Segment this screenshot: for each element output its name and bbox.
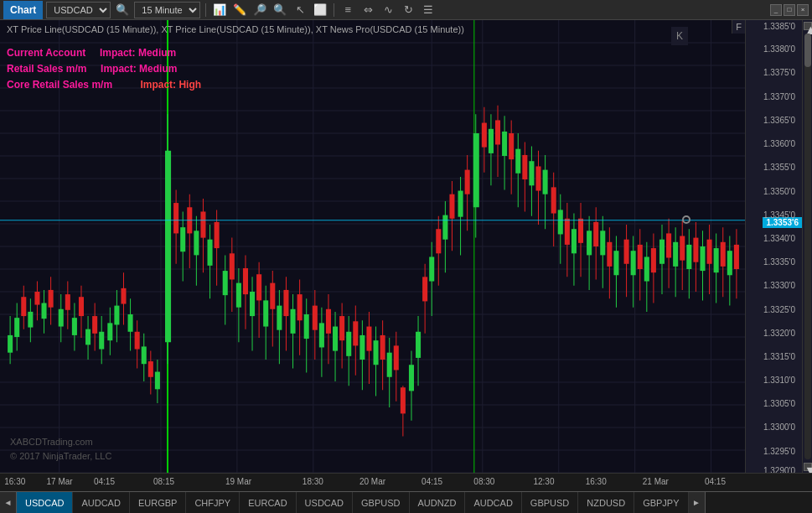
time-label-6: 20 Mar bbox=[359, 477, 385, 486]
price-level-1: 1.3380'0 bbox=[763, 44, 799, 54]
price-level-17: 1.3300'0 bbox=[763, 422, 799, 432]
chart-area[interactable]: XT Price Line(USDCAD (15 Minute)), XT Pr… bbox=[0, 20, 745, 473]
wave-icon[interactable]: ∿ bbox=[380, 2, 396, 18]
symbol-select[interactable]: USDCAD bbox=[46, 2, 111, 18]
price-level-4: 1.3365'0 bbox=[763, 115, 799, 124]
k-marker: K bbox=[671, 27, 688, 45]
svg-rect-197 bbox=[587, 231, 592, 255]
svg-rect-59 bbox=[99, 332, 104, 350]
svg-rect-179 bbox=[522, 155, 527, 179]
svg-rect-53 bbox=[79, 297, 84, 316]
tab-eurgbp[interactable]: EURGBP bbox=[130, 492, 186, 514]
svg-rect-133 bbox=[359, 335, 365, 360]
time-axis: 16:30 17 Mar 04:15 08:15 19 Mar 18:30 20… bbox=[0, 473, 812, 491]
price-level-13: 1.3320'0 bbox=[763, 328, 799, 337]
svg-rect-69 bbox=[135, 332, 140, 350]
news-label-3: Core Retail Sales m/m bbox=[7, 79, 112, 91]
minimize-button[interactable]: _ bbox=[770, 4, 782, 16]
svg-rect-219 bbox=[666, 233, 671, 257]
price-axis: 1.3353'6 1.3385'0 1.3380'0 1.3375'0 1.33… bbox=[745, 20, 802, 473]
price-level-5: 1.3360'0 bbox=[763, 138, 799, 148]
svg-rect-229 bbox=[700, 246, 705, 271]
right-scrollbar[interactable]: ▲ ▼ bbox=[802, 20, 812, 473]
tab-audnzd[interactable]: AUDNZD bbox=[410, 492, 466, 514]
svg-rect-37 bbox=[21, 297, 26, 316]
square-icon[interactable]: ⬜ bbox=[312, 2, 328, 18]
scrollbar-down-btn[interactable]: ▼ bbox=[804, 463, 812, 471]
time-label-8: 08:30 bbox=[473, 477, 494, 486]
scrollbar-up-btn[interactable]: ▲ bbox=[804, 22, 812, 30]
svg-rect-81 bbox=[180, 227, 185, 251]
zoom-in-icon[interactable]: 🔎 bbox=[251, 2, 268, 18]
svg-rect-213 bbox=[644, 256, 649, 281]
svg-rect-87 bbox=[200, 211, 205, 237]
tab-audcad-1[interactable]: AUDCAD bbox=[73, 492, 129, 514]
svg-rect-111 bbox=[283, 290, 288, 316]
time-axis-labels: 16:30 17 Mar 04:15 08:15 19 Mar 18:30 20… bbox=[0, 474, 745, 492]
svg-rect-227 bbox=[693, 238, 698, 262]
tab-gbpusd-1[interactable]: GBPUSD bbox=[353, 492, 409, 514]
svg-rect-41 bbox=[34, 292, 39, 305]
cursor-icon[interactable]: ↖ bbox=[292, 2, 308, 18]
tab-usdcad-1[interactable]: USDCAD bbox=[17, 492, 73, 514]
time-label-0: 16:30 bbox=[4, 477, 25, 486]
timeframe-select[interactable]: 15 Minute bbox=[134, 2, 200, 18]
svg-rect-149 bbox=[416, 332, 421, 358]
tab-eurcad[interactable]: EURCAD bbox=[240, 492, 296, 514]
svg-rect-205 bbox=[613, 251, 618, 275]
toolbar: Chart USDCAD 🔍 15 Minute 📊 ✏️ 🔎 🔍 ↖ ⬜ ≡ … bbox=[0, 0, 812, 20]
news-spacer-1 bbox=[89, 47, 97, 59]
price-level-0: 1.3385'0 bbox=[763, 22, 799, 31]
svg-rect-105 bbox=[263, 300, 268, 326]
news-spacer-3 bbox=[115, 79, 137, 91]
price-level-11: 1.3330'0 bbox=[763, 281, 799, 290]
svg-rect-93 bbox=[223, 271, 228, 295]
tab-nav-left[interactable]: ◄ bbox=[0, 492, 17, 514]
svg-rect-217 bbox=[659, 240, 665, 264]
time-label-1: 17 Mar bbox=[47, 477, 73, 486]
time-label-5: 18:30 bbox=[303, 477, 323, 486]
svg-rect-141 bbox=[387, 353, 392, 377]
tab-bar: ◄ USDCAD AUDCAD EURGBP CHFJPY EURCAD USD… bbox=[0, 491, 812, 513]
tab-usdcad-2[interactable]: USDCAD bbox=[297, 492, 353, 514]
svg-rect-167 bbox=[482, 123, 487, 148]
menu-icon[interactable]: ☰ bbox=[420, 2, 437, 18]
scrollbar-thumb[interactable] bbox=[804, 34, 811, 67]
time-label-3: 08:15 bbox=[153, 477, 174, 486]
zoom-out-icon[interactable]: 🔍 bbox=[272, 2, 288, 18]
svg-rect-199 bbox=[593, 222, 598, 246]
svg-rect-151 bbox=[422, 277, 427, 301]
watermark: XABCDTrading.com © 2017 NinjaTrader, LLC bbox=[10, 435, 111, 463]
layers-icon[interactable]: ≡ bbox=[339, 2, 356, 18]
tab-audcad-2[interactable]: AUDCAD bbox=[465, 492, 521, 514]
tab-nav-right[interactable]: ► bbox=[689, 492, 706, 514]
news-impact-2: Impact: Medium bbox=[101, 63, 177, 75]
svg-rect-231 bbox=[707, 240, 712, 264]
svg-rect-221 bbox=[673, 242, 678, 267]
pencil-icon[interactable]: ✏️ bbox=[231, 2, 248, 18]
circle-marker bbox=[682, 215, 690, 224]
svg-rect-185 bbox=[543, 170, 548, 194]
tab-nzdusd[interactable]: NZDUSD bbox=[578, 492, 634, 514]
tab-gbpusd-2[interactable]: GBPUSD bbox=[522, 492, 578, 514]
svg-rect-215 bbox=[651, 248, 656, 272]
svg-rect-175 bbox=[509, 133, 514, 159]
maximize-button[interactable]: □ bbox=[784, 4, 795, 16]
svg-rect-115 bbox=[297, 294, 303, 320]
search-icon[interactable]: 🔍 bbox=[114, 2, 131, 18]
svg-rect-103 bbox=[256, 274, 261, 300]
tab-chfjpy[interactable]: CHFJPY bbox=[186, 492, 240, 514]
close-button[interactable]: × bbox=[797, 4, 809, 16]
split-icon[interactable]: ⇔ bbox=[359, 2, 376, 18]
tab-gbpjpy[interactable]: GBPJPY bbox=[634, 492, 688, 514]
svg-rect-121 bbox=[319, 323, 324, 347]
refresh-icon[interactable]: ↻ bbox=[400, 2, 416, 18]
scrollbar-track bbox=[804, 34, 811, 459]
time-label-11: 21 Mar bbox=[643, 477, 669, 486]
svg-rect-147 bbox=[409, 365, 414, 391]
price-level-12: 1.3325'0 bbox=[763, 304, 799, 314]
svg-rect-193 bbox=[572, 229, 577, 253]
bar-chart-icon[interactable]: 📊 bbox=[211, 2, 228, 18]
price-level-2: 1.3375'0 bbox=[763, 68, 799, 77]
svg-rect-165 bbox=[473, 133, 479, 207]
